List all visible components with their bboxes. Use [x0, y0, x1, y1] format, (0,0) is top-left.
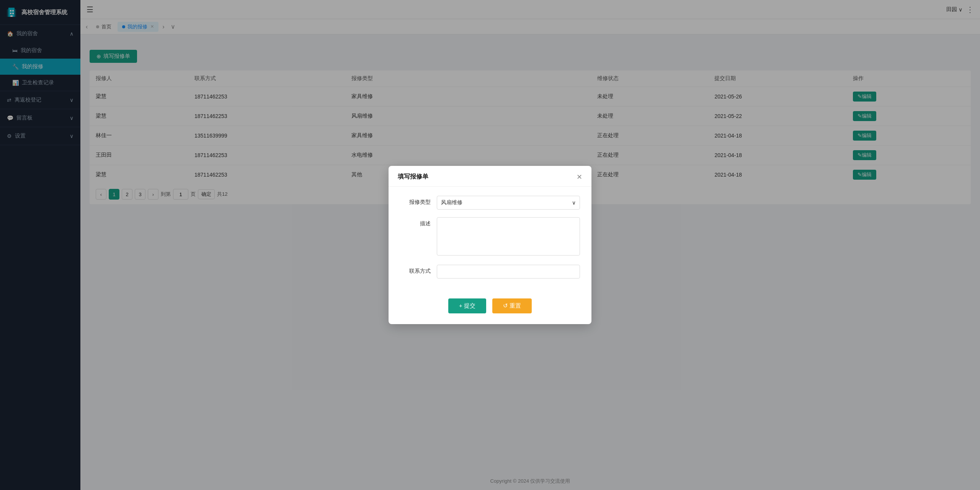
type-control-wrap: 风扇维修 ∨: [437, 196, 580, 210]
reset-label: ↺ 重置: [503, 302, 521, 310]
modal-header: 填写报修单 ✕: [389, 166, 591, 187]
contact-input[interactable]: [437, 265, 580, 279]
main-content: ☰ 田园 ∨ ⋮ ‹ 首页 我的报修 ✕ › ∨ ⊕ 填写报修单: [80, 0, 980, 490]
modal-footer: + 提交 ↺ 重置: [389, 292, 591, 324]
reset-button[interactable]: ↺ 重置: [492, 298, 532, 313]
form-row-contact: 联系方式: [400, 265, 580, 279]
desc-control-wrap: [437, 217, 580, 257]
type-label: 报修类型: [400, 196, 431, 206]
content-area: ⊕ 填写报修单 报修人 联系方式 报修类型 维修状态 提交日期 操作: [80, 34, 980, 472]
modal-body: 报修类型 风扇维修 ∨ 描述: [389, 187, 591, 292]
type-select-value: 风扇维修: [441, 199, 462, 206]
form-row-type: 报修类型 风扇维修 ∨: [400, 196, 580, 210]
desc-textarea[interactable]: [437, 217, 580, 256]
contact-label: 联系方式: [400, 265, 431, 275]
submit-label: + 提交: [459, 302, 475, 310]
contact-control-wrap: [437, 265, 580, 279]
modal-overlay: 填写报修单 ✕ 报修类型 风扇维修 ∨: [80, 34, 980, 472]
form-row-desc: 描述: [400, 217, 580, 257]
modal-title: 填写报修单: [398, 173, 428, 181]
modal-close-button[interactable]: ✕: [577, 174, 582, 180]
fill-repair-modal: 填写报修单 ✕ 报修类型 风扇维修 ∨: [389, 166, 591, 324]
type-select[interactable]: 风扇维修 ∨: [437, 196, 580, 210]
desc-label: 描述: [400, 217, 431, 227]
type-select-arrow: ∨: [572, 200, 576, 206]
submit-button[interactable]: + 提交: [448, 298, 486, 313]
